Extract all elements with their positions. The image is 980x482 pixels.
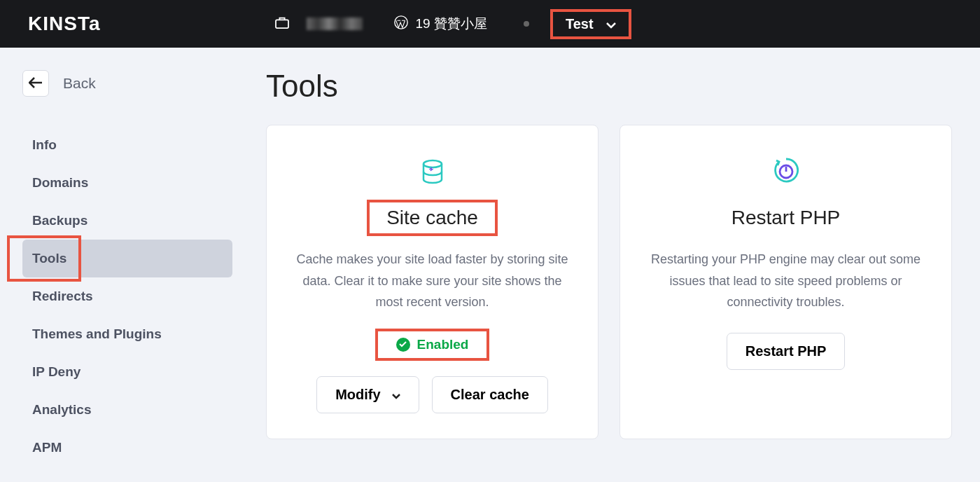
topbar: KINSTa 19 贊贊小屋 Test [0, 0, 980, 48]
sidebar-item-label: Info [32, 137, 57, 152]
site-selector[interactable]: 19 贊贊小屋 [393, 15, 487, 33]
sidebar-item-label: Backups [32, 213, 88, 228]
chevron-down-icon [606, 16, 616, 32]
sidebar-item-apm[interactable]: APM [22, 429, 232, 467]
sidebar-item-tools[interactable]: Tools [22, 240, 232, 277]
card-description: Cache makes your site load faster by sto… [292, 249, 573, 313]
page-title: Tools [266, 69, 952, 104]
sidebar-item-ip-deny[interactable]: IP Deny [22, 353, 232, 391]
sidebar-item-label: APM [32, 440, 62, 455]
sidebar-item-label: IP Deny [32, 364, 80, 379]
svg-rect-0 [276, 20, 288, 28]
svg-point-2 [424, 160, 442, 167]
site-cache-card: Site cache Cache makes your site load fa… [266, 125, 598, 439]
card-description: Restarting your PHP engine may clear out… [645, 249, 926, 313]
restart-icon [772, 158, 800, 204]
briefcase-icon [274, 16, 290, 32]
sidebar-item-info[interactable]: Info [22, 126, 232, 164]
main-content: Tools Site cache Cache makes your site l… [238, 48, 980, 467]
restart-php-card: Restart PHP Restarting your PHP engine m… [620, 125, 952, 439]
button-label: Modify [335, 387, 380, 403]
sidebar: Back Info Domains Backups Tools Redirect… [0, 48, 238, 467]
button-label: Clear cache [451, 387, 529, 403]
chevron-down-icon [392, 387, 400, 403]
logo: KINSTa [28, 13, 101, 35]
sidebar-item-domains[interactable]: Domains [22, 164, 232, 202]
clear-cache-button[interactable]: Clear cache [432, 376, 548, 413]
environment-label: Test [566, 16, 594, 32]
check-icon [396, 338, 410, 352]
card-title: Restart PHP [716, 204, 856, 232]
wordpress-icon [393, 15, 409, 33]
sidebar-item-label: Domains [32, 175, 88, 190]
status-badge: Enabled [379, 333, 486, 357]
cache-icon [419, 158, 447, 204]
sidebar-item-label: Redirects [32, 289, 93, 303]
back-label: Back [63, 75, 96, 92]
environment-selector[interactable]: Test [550, 9, 631, 39]
sidebar-item-label: Analytics [32, 402, 91, 417]
back-button[interactable] [22, 70, 49, 97]
site-name: 19 贊贊小屋 [416, 15, 487, 33]
restart-php-button[interactable]: Restart PHP [727, 333, 846, 370]
sidebar-nav: Info Domains Backups Tools Redirects The… [22, 126, 232, 467]
status-text: Enabled [417, 337, 469, 352]
sidebar-item-label: Tools [32, 251, 66, 266]
arrow-left-icon [29, 77, 43, 90]
modify-button[interactable]: Modify [316, 376, 419, 413]
company-name-blurred [307, 18, 363, 30]
sidebar-item-backups[interactable]: Backups [22, 202, 232, 240]
sidebar-item-analytics[interactable]: Analytics [22, 391, 232, 429]
sidebar-item-redirects[interactable]: Redirects [22, 277, 232, 315]
sidebar-item-themes-plugins[interactable]: Themes and Plugins [22, 315, 232, 353]
status-dot [524, 21, 529, 27]
button-label: Restart PHP [746, 343, 827, 359]
sidebar-item-label: Themes and Plugins [32, 326, 162, 341]
card-title: Site cache [371, 204, 493, 232]
